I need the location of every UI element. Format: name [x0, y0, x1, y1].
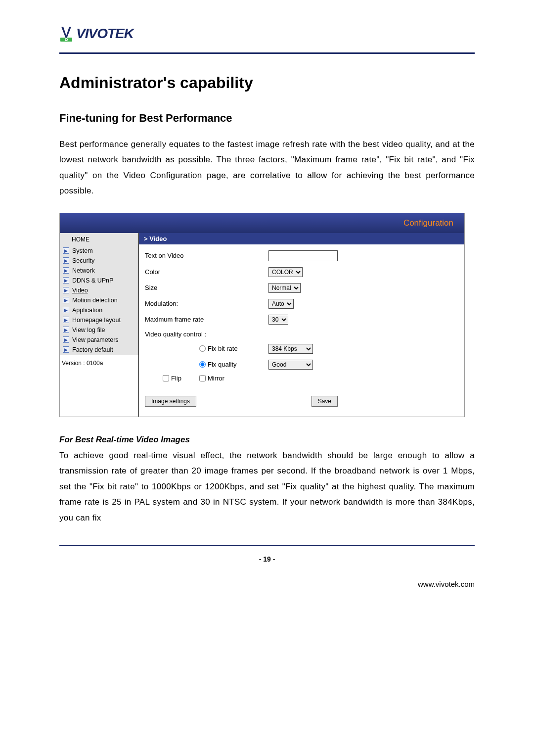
size-label: Size [145, 284, 268, 291]
sidebar-item-label: Security [72, 257, 94, 264]
sidebar-item-label: DDNS & UPnP [72, 277, 113, 284]
fix-quality-label: Fix quality [208, 361, 237, 368]
sidebar-item-ddns[interactable]: ▶ DDNS & UPnP [60, 276, 138, 285]
body-paragraph-2: To achieve good real-time visual effect,… [59, 448, 475, 525]
fix-quality-radio-input[interactable] [199, 361, 206, 368]
page-number: - 19 - [59, 555, 475, 563]
logo-text: VIVOTEK [76, 26, 134, 42]
sidebar-item-label: Motion detection [72, 297, 118, 304]
divider [59, 52, 475, 54]
intro-paragraph: Best performance generally equates to th… [59, 137, 475, 199]
arrow-right-icon: ▶ [63, 257, 69, 264]
color-label: Color [145, 268, 268, 276]
arrow-right-icon: ▶ [63, 287, 69, 293]
vqc-label: Video quality control : [145, 331, 268, 338]
sidebar-item-network[interactable]: ▶ Network [60, 266, 138, 276]
sidebar-item-motion[interactable]: ▶ Motion detection [60, 295, 138, 305]
sidebar-item-label: View parameters [72, 336, 119, 343]
fix-bitrate-label: Fix bit rate [208, 345, 238, 352]
mirror-checkbox[interactable]: Mirror [199, 375, 224, 382]
mirror-label: Mirror [208, 375, 224, 382]
arrow-right-icon: ▶ [63, 277, 69, 284]
arrow-right-icon: ▶ [63, 317, 69, 323]
arrow-right-icon: ▶ [63, 327, 69, 333]
color-select[interactable]: COLOR [268, 267, 303, 277]
arrow-right-icon: ▶ [63, 297, 69, 303]
sidebar-item-factory[interactable]: ▶ Factory default [60, 345, 138, 355]
flip-checkbox-input[interactable] [163, 375, 169, 381]
footer-url: www.vivotek.com [59, 580, 475, 588]
divider [59, 545, 475, 546]
save-button[interactable]: Save [312, 396, 338, 407]
sidebar: HOME ▶ System ▶ Security ▶ Network ▶ DDN… [60, 233, 139, 417]
sidebar-item-viewlog[interactable]: ▶ View log file [60, 325, 138, 335]
sidebar-item-label: Factory default [72, 346, 113, 353]
arrow-right-icon: ▶ [63, 346, 69, 353]
modulation-select[interactable]: Auto [268, 299, 294, 309]
sidebar-item-video[interactable]: ▶ Video [60, 285, 138, 295]
logo: VIVOTEK [59, 25, 475, 43]
flip-label: Flip [171, 375, 181, 382]
svg-point-2 [66, 39, 67, 41]
fix-bitrate-select[interactable]: 384 Kbps [268, 344, 313, 354]
section-title: > Video [139, 233, 464, 244]
text-on-video-input[interactable] [268, 250, 338, 261]
section-heading: Fine-tuning for Best Performance [59, 112, 475, 125]
sidebar-item-viewparams[interactable]: ▶ View parameters [60, 335, 138, 345]
sidebar-item-application[interactable]: ▶ Application [60, 305, 138, 315]
sidebar-item-label: Homepage layout [72, 317, 121, 324]
sidebar-home[interactable]: HOME [60, 233, 138, 246]
sidebar-item-homepage[interactable]: ▶ Homepage layout [60, 315, 138, 325]
arrow-right-icon: ▶ [63, 307, 69, 313]
flip-checkbox[interactable]: Flip [163, 375, 181, 382]
image-settings-button[interactable]: Image settings [145, 396, 196, 407]
fix-bitrate-radio[interactable]: Fix bit rate [145, 345, 268, 352]
sidebar-item-system[interactable]: ▶ System [60, 246, 138, 256]
modulation-label: Modulation: [145, 300, 268, 307]
version-label: Version : 0100a [60, 355, 138, 372]
arrow-right-icon: ▶ [63, 267, 69, 274]
subsection-heading: For Best Real-time Video Images [59, 435, 475, 445]
mirror-checkbox-input[interactable] [199, 375, 206, 381]
fix-quality-radio[interactable]: Fix quality [145, 361, 268, 368]
arrow-right-icon: ▶ [63, 336, 69, 343]
sidebar-item-label: System [72, 247, 93, 254]
arrow-right-icon: ▶ [63, 247, 69, 254]
page-heading: Administrator's capability [59, 74, 475, 92]
logo-mark-icon [59, 25, 73, 43]
sidebar-item-label: Network [72, 267, 95, 274]
fix-quality-select[interactable]: Good [268, 360, 313, 370]
sidebar-item-label: Video [72, 287, 88, 294]
config-header: Configuration [60, 213, 464, 233]
sidebar-item-security[interactable]: ▶ Security [60, 256, 138, 266]
text-on-video-label: Text on Video [145, 252, 268, 259]
configuration-panel: Configuration HOME ▶ System ▶ Security ▶… [59, 213, 465, 417]
size-select[interactable]: Normal [268, 283, 301, 293]
max-frame-select[interactable]: 30 [268, 315, 288, 325]
sidebar-item-label: Application [72, 307, 102, 314]
max-frame-label: Maximum frame rate [145, 316, 268, 323]
fix-bitrate-radio-input[interactable] [199, 345, 206, 352]
sidebar-item-label: View log file [72, 327, 105, 333]
main-form-area: > Video Text on Video Color COLOR Size N… [139, 233, 464, 417]
